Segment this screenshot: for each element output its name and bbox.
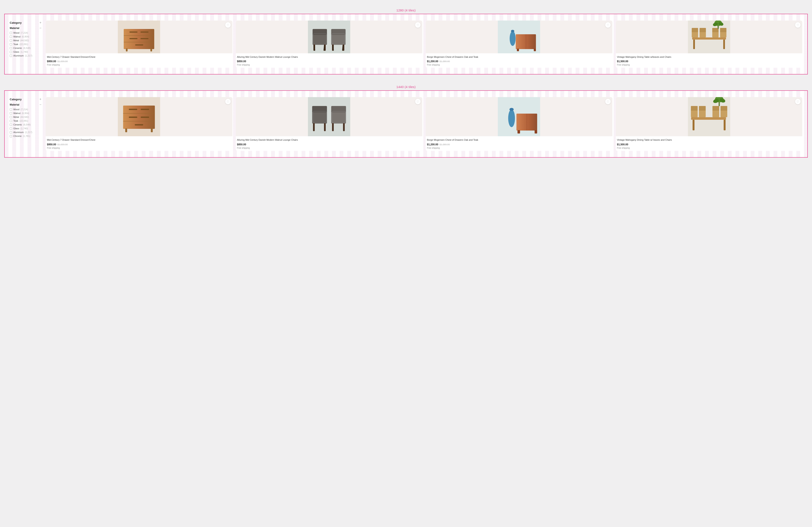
- svg-rect-19: [331, 33, 346, 45]
- checkbox-aluminum-2[interactable]: [10, 131, 12, 133]
- price-current-4b: $1,500.00: [617, 143, 628, 146]
- shipping-1b: Free shipping: [47, 147, 231, 149]
- filter-item-aluminum-2[interactable]: Aluminum (1,217): [10, 131, 41, 133]
- filter-item-wood-2[interactable]: Wood (7,214): [10, 108, 41, 111]
- svg-rect-55: [129, 109, 137, 110]
- checkbox-ceramic-2[interactable]: [10, 124, 12, 126]
- checkbox-glass-2[interactable]: [10, 127, 12, 130]
- svg-rect-91: [721, 106, 727, 111]
- filter-item-glass-2[interactable]: Glass (1,740): [10, 127, 41, 130]
- svg-rect-33: [517, 49, 519, 51]
- checkbox-teak[interactable]: [10, 43, 12, 45]
- filter-item-wood[interactable]: Wood (7,214): [10, 31, 41, 34]
- filter-item-teak[interactable]: Teak (22,091): [10, 43, 41, 45]
- filter-label-wood: Wood: [13, 31, 19, 34]
- filter-count-teak: (22,091): [19, 43, 28, 45]
- svg-rect-20: [331, 29, 346, 35]
- shipping-3: Free shipping: [427, 64, 611, 66]
- checkbox-glass[interactable]: [10, 51, 12, 53]
- category-add-icon[interactable]: +: [40, 21, 41, 24]
- svg-rect-13: [313, 33, 327, 45]
- svg-rect-88: [691, 106, 698, 111]
- svg-rect-70: [343, 123, 345, 131]
- svg-rect-87: [721, 110, 727, 117]
- sidebar-1440: Category + Material − Wood (7,214) Walnu…: [10, 97, 41, 151]
- checkbox-chrome-2[interactable]: [10, 135, 12, 137]
- filter-item-ceramic[interactable]: Ceramic (6,548): [10, 47, 41, 49]
- filter-item-aluminum[interactable]: Aluminum (1,217): [10, 54, 41, 57]
- filter-label-walnut: Walnut: [13, 35, 20, 38]
- filter-item-ceramic-2[interactable]: Ceramic (6,548): [10, 123, 41, 126]
- filter-label-aluminum-2: Aluminum: [13, 131, 24, 133]
- heart-button-3b[interactable]: ♡: [605, 99, 611, 104]
- chest-svg: [426, 20, 612, 53]
- filter-label-wood-2: Wood: [13, 108, 19, 111]
- filter-item-walnut[interactable]: Walnut (6,954): [10, 35, 41, 38]
- checkbox-metal[interactable]: [10, 39, 12, 42]
- shipping-3b: Free shipping: [427, 147, 611, 149]
- filter-count-walnut: (6,954): [22, 35, 29, 38]
- dresser-svg: [46, 20, 232, 53]
- filter-item-walnut-2[interactable]: Walnut (6,954): [10, 112, 41, 114]
- heart-button-3[interactable]: ♡: [605, 22, 611, 28]
- price-original-3b: $1,380.00: [439, 143, 450, 146]
- checkbox-wood-2[interactable]: [10, 108, 12, 111]
- svg-rect-69: [332, 123, 334, 131]
- filter-count-chrome-2: (1,781): [23, 135, 30, 137]
- product-image-3: ♡: [426, 20, 612, 53]
- section-label-1440: 1440 (4 tiles): [4, 85, 808, 89]
- chest-svg-2: [426, 97, 612, 136]
- svg-rect-78: [518, 130, 520, 133]
- material-title: Material: [10, 27, 19, 30]
- checkbox-ceramic[interactable]: [10, 47, 12, 49]
- product-image-1b: ♡: [46, 97, 232, 136]
- product-image-3b: ♡: [426, 97, 612, 136]
- checkbox-aluminum[interactable]: [10, 55, 12, 57]
- heart-button-4[interactable]: ♡: [795, 22, 801, 28]
- filter-list-1440: Wood (7,214) Walnut (6,954) Metal (44,58…: [10, 108, 41, 137]
- checkbox-metal-2[interactable]: [10, 116, 12, 118]
- category-add-icon-2[interactable]: +: [40, 98, 41, 101]
- svg-rect-65: [313, 123, 315, 131]
- svg-rect-6: [141, 31, 148, 32]
- shipping-2b: Free shipping: [237, 147, 421, 149]
- viewport-1280: Category + Material − Wood (7,214) Walnu…: [4, 14, 808, 74]
- svg-rect-14: [313, 29, 327, 35]
- svg-rect-34: [534, 49, 536, 51]
- filter-count-teak-2: (22,091): [19, 119, 28, 122]
- price-original-3: $1,380.00: [439, 60, 450, 62]
- product-image-2b: ♡: [236, 97, 422, 136]
- svg-rect-38: [723, 40, 725, 49]
- product-image-1: ♡: [46, 20, 232, 53]
- svg-rect-83: [724, 120, 726, 130]
- product-card-4b: ♡ Vintage Mahogany Dining Table w/ leave…: [616, 97, 802, 151]
- checkbox-walnut[interactable]: [10, 35, 12, 38]
- filter-item-metal[interactable]: Metal (44,582): [10, 39, 41, 42]
- chairs-svg: [236, 20, 422, 53]
- svg-rect-79: [535, 130, 537, 133]
- checkbox-teak-2[interactable]: [10, 120, 12, 122]
- heart-button-1[interactable]: ♡: [225, 22, 231, 28]
- filter-count-metal: (44,582): [20, 39, 29, 42]
- svg-rect-81: [691, 117, 726, 120]
- filter-label-glass: Glass: [13, 51, 19, 53]
- svg-rect-66: [324, 123, 325, 131]
- filter-item-metal-2[interactable]: Metal (44,582): [10, 116, 41, 118]
- svg-rect-57: [129, 117, 137, 118]
- svg-rect-63: [312, 111, 327, 124]
- filter-item-glass[interactable]: Glass (1,740): [10, 51, 41, 53]
- material-collapse-icon[interactable]: −: [40, 26, 41, 30]
- category-title-2: Category: [10, 98, 21, 101]
- checkbox-wood[interactable]: [10, 32, 12, 34]
- heart-button-2[interactable]: ♡: [415, 22, 421, 28]
- material-collapse-icon-2[interactable]: −: [40, 103, 41, 106]
- shipping-2: Free shipping: [237, 64, 421, 66]
- heart-button-1b[interactable]: ♡: [225, 99, 231, 104]
- shipping-4b: Free shipping: [617, 147, 801, 149]
- filter-item-teak-2[interactable]: Teak (22,091): [10, 119, 41, 122]
- svg-rect-59: [135, 124, 143, 126]
- filter-item-chrome-2[interactable]: Chrome (1,781): [10, 135, 41, 137]
- svg-rect-60: [125, 128, 127, 132]
- product-card-3: ♡ Borge Mogensen Chest of Drawers Oak an…: [426, 20, 612, 68]
- checkbox-walnut-2[interactable]: [10, 112, 12, 114]
